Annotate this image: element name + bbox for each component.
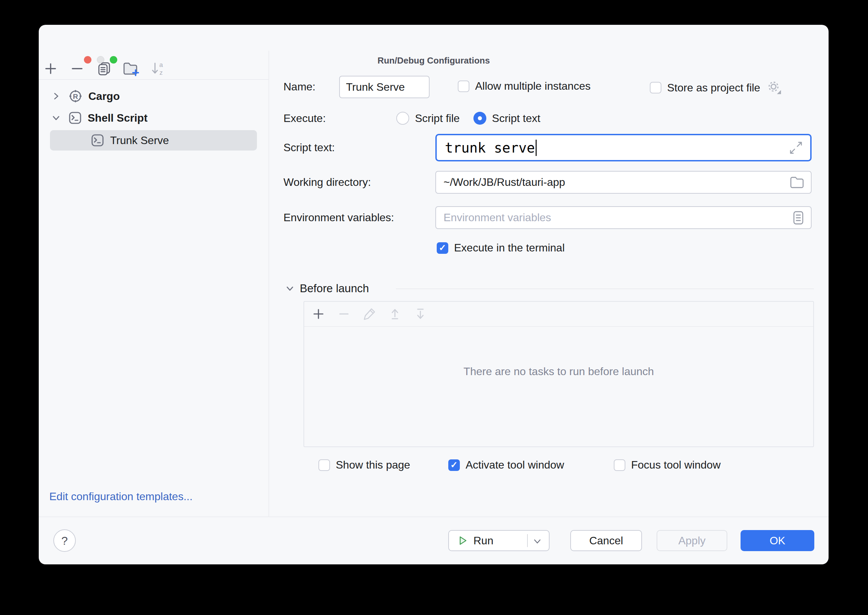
remove-icon — [70, 62, 84, 75]
sidebar-item-cargo[interactable]: R Cargo — [39, 86, 269, 106]
new-folder-button[interactable] — [123, 61, 139, 77]
script-text-label: Script text: — [283, 140, 335, 154]
check-icon: ✓ — [450, 460, 458, 470]
activate-tool-window-checkbox[interactable]: ✓ — [448, 459, 460, 471]
checkbox-label: Focus tool window — [631, 459, 721, 471]
execute-label: Execute: — [283, 111, 326, 125]
add-icon — [44, 62, 58, 75]
sidebar-toolbar-separator — [39, 79, 269, 80]
cancel-button[interactable]: Cancel — [570, 530, 642, 551]
chevron-down-icon[interactable] — [533, 539, 542, 544]
move-up-icon — [388, 307, 402, 321]
radio-label[interactable]: Script file — [415, 112, 460, 125]
svg-text:z: z — [159, 69, 163, 76]
cancel-button-label: Cancel — [589, 534, 623, 547]
cargo-icon: R — [69, 89, 82, 103]
edit-configuration-templates-link[interactable]: Edit configuration templates... — [49, 490, 193, 503]
name-input[interactable]: Trunk Serve — [339, 76, 429, 98]
execute-radio-group: Script file Script text — [396, 112, 540, 125]
before-launch-toolbar — [304, 302, 813, 327]
ok-button[interactable]: OK — [740, 530, 814, 551]
sort-configurations-button[interactable]: a z — [150, 61, 166, 77]
copy-configuration-button[interactable] — [96, 61, 112, 77]
allow-multiple-instances-checkbox-group[interactable]: Allow multiple instances — [458, 80, 591, 92]
browse-folder-icon[interactable] — [790, 176, 804, 189]
execute-in-terminal-checkbox[interactable]: ✓ — [437, 242, 448, 254]
chevron-down-icon[interactable] — [285, 284, 295, 293]
remove-task-button[interactable] — [336, 306, 351, 322]
script-file-radio[interactable] — [396, 112, 409, 125]
move-down-button[interactable] — [413, 306, 428, 322]
ok-button-label: OK — [770, 534, 785, 547]
chevron-down-icon[interactable] — [52, 114, 61, 122]
add-configuration-button[interactable] — [42, 61, 59, 77]
edit-task-button[interactable] — [362, 306, 377, 322]
run-button[interactable]: Run — [448, 530, 550, 551]
show-this-page-checkbox[interactable] — [318, 459, 330, 471]
apply-button-label: Apply — [678, 534, 706, 547]
check-icon: ✓ — [439, 243, 446, 253]
run-play-icon — [457, 535, 468, 546]
show-this-page-checkbox-group[interactable]: Show this page — [318, 459, 410, 471]
move-down-icon — [414, 307, 427, 321]
store-as-project-file-checkbox-group[interactable]: Store as project file — [650, 80, 782, 95]
working-directory-label: Working directory: — [283, 175, 371, 189]
working-directory-input[interactable]: ~/Work/JB/Rust/tauri-app — [436, 171, 812, 194]
environment-variables-placeholder: Environment variables — [443, 211, 551, 224]
run-split-divider — [527, 534, 528, 547]
checkbox-label: Allow multiple instances — [475, 80, 591, 92]
environment-variables-input[interactable]: Environment variables — [436, 206, 812, 229]
sort-az-icon: a z — [150, 61, 165, 76]
svg-text:R: R — [73, 92, 78, 100]
help-icon: ? — [61, 534, 68, 547]
chevron-right-icon[interactable] — [52, 92, 61, 101]
focus-tool-window-checkbox[interactable] — [614, 459, 625, 471]
move-up-button[interactable] — [387, 306, 403, 322]
edit-variables-list-icon[interactable] — [793, 211, 804, 225]
checkbox-label: Activate tool window — [465, 459, 564, 471]
name-value: Trunk Serve — [346, 81, 405, 94]
script-text-radio[interactable] — [473, 112, 486, 125]
sidebar-item-trunk-serve[interactable]: Trunk Serve — [39, 130, 269, 150]
terminal-icon — [91, 134, 104, 147]
text-caret — [535, 140, 537, 156]
checkbox-label: Execute in the terminal — [454, 242, 565, 254]
activate-tool-window-checkbox-group[interactable]: ✓ Activate tool window — [448, 459, 564, 471]
svg-text:a: a — [159, 61, 163, 68]
focus-tool-window-checkbox-group[interactable]: Focus tool window — [614, 459, 721, 471]
before-launch-panel: There are no tasks to run before launch — [303, 301, 814, 447]
sidebar-item-label: Cargo — [88, 90, 120, 103]
run-button-label: Run — [473, 534, 493, 547]
name-label: Name: — [283, 80, 315, 94]
gear-settings-icon[interactable] — [766, 80, 782, 95]
script-text-value: trunk serve — [445, 140, 535, 156]
footer-separator — [39, 517, 829, 517]
sidebar-item-shell-script[interactable]: Shell Script — [39, 108, 269, 128]
edit-pencil-icon — [363, 307, 376, 321]
terminal-icon — [69, 111, 81, 124]
allow-multiple-instances-checkbox[interactable] — [458, 81, 469, 92]
add-icon — [312, 308, 325, 320]
remove-configuration-button[interactable] — [69, 61, 85, 77]
checkbox-label: Store as project file — [667, 81, 760, 94]
before-launch-empty-text: There are no tasks to run before launch — [304, 365, 813, 378]
script-text-input[interactable]: trunk serve — [436, 134, 812, 161]
execute-in-terminal-checkbox-group[interactable]: ✓ Execute in the terminal — [437, 242, 565, 254]
new-folder-icon — [123, 61, 139, 76]
remove-icon — [337, 308, 350, 320]
run-debug-configurations-dialog: Run/Debug Configurations a z — [39, 25, 829, 564]
radio-label[interactable]: Script text — [492, 112, 540, 125]
environment-variables-label: Environment variables: — [283, 211, 394, 224]
sidebar-item-label: Trunk Serve — [110, 134, 169, 147]
section-separator — [396, 289, 814, 289]
copy-icon — [97, 61, 111, 76]
add-task-button[interactable] — [311, 306, 326, 322]
help-button[interactable]: ? — [53, 529, 76, 552]
checkbox-label: Show this page — [336, 459, 410, 471]
expand-editor-icon[interactable] — [788, 140, 803, 155]
before-launch-title[interactable]: Before launch — [300, 282, 369, 295]
working-directory-value: ~/Work/JB/Rust/tauri-app — [443, 176, 565, 189]
store-as-project-file-checkbox[interactable] — [650, 82, 661, 94]
sidebar-separator — [269, 51, 269, 517]
apply-button[interactable]: Apply — [657, 530, 727, 551]
